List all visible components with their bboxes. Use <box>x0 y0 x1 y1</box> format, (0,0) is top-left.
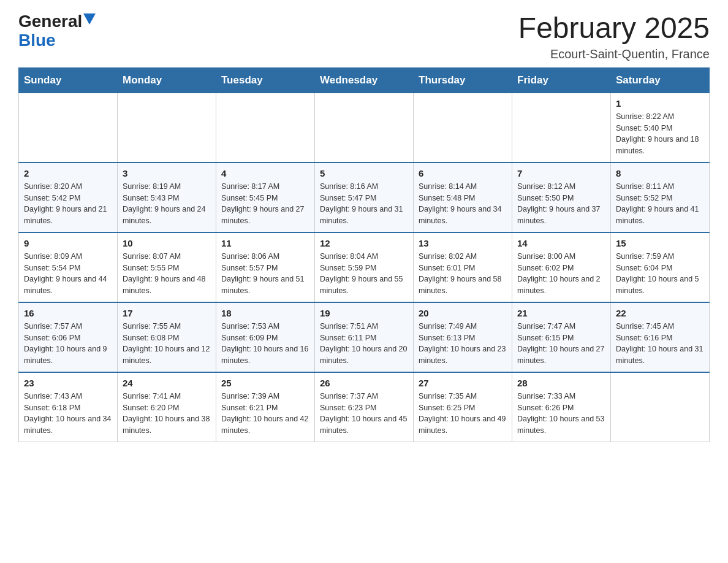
day-number: 19 <box>320 307 408 320</box>
day-number: 16 <box>24 307 112 320</box>
calendar-day-cell: 7Sunrise: 8:12 AMSunset: 5:50 PMDaylight… <box>512 163 611 232</box>
calendar-day-cell: 1Sunrise: 8:22 AMSunset: 5:40 PMDaylight… <box>611 93 710 163</box>
calendar-day-cell: 23Sunrise: 7:43 AMSunset: 6:18 PMDayligh… <box>19 372 118 442</box>
calendar-week-row: 23Sunrise: 7:43 AMSunset: 6:18 PMDayligh… <box>19 372 710 442</box>
day-sun-info: Sunrise: 8:09 AMSunset: 5:54 PMDaylight:… <box>24 251 112 297</box>
calendar-day-cell: 2Sunrise: 8:20 AMSunset: 5:42 PMDaylight… <box>19 163 118 232</box>
day-number: 24 <box>123 377 211 389</box>
calendar-day-cell: 13Sunrise: 8:02 AMSunset: 6:01 PMDayligh… <box>414 232 512 302</box>
weekday-header-saturday: Saturday <box>611 67 710 93</box>
calendar-day-cell: 19Sunrise: 7:51 AMSunset: 6:11 PMDayligh… <box>315 302 414 372</box>
calendar-day-cell <box>611 372 710 442</box>
day-sun-info: Sunrise: 8:02 AMSunset: 6:01 PMDaylight:… <box>419 251 507 297</box>
day-number: 5 <box>320 167 408 180</box>
day-sun-info: Sunrise: 8:00 AMSunset: 6:02 PMDaylight:… <box>517 251 605 297</box>
calendar-table: SundayMondayTuesdayWednesdayThursdayFrid… <box>18 67 710 442</box>
day-number: 21 <box>517 307 605 320</box>
day-sun-info: Sunrise: 8:14 AMSunset: 5:48 PMDaylight:… <box>419 181 507 227</box>
location-subtitle: Ecourt-Saint-Quentin, France <box>518 47 710 61</box>
day-sun-info: Sunrise: 8:20 AMSunset: 5:42 PMDaylight:… <box>24 181 112 227</box>
day-sun-info: Sunrise: 8:22 AMSunset: 5:40 PMDaylight:… <box>616 111 704 157</box>
day-sun-info: Sunrise: 8:06 AMSunset: 5:57 PMDaylight:… <box>221 251 309 297</box>
day-number: 22 <box>616 307 704 320</box>
day-number: 17 <box>123 307 211 320</box>
title-area: February 2025 Ecourt-Saint-Quentin, Fran… <box>518 12 710 61</box>
logo-blue-text: Blue <box>18 31 56 50</box>
day-number: 8 <box>616 167 704 180</box>
day-sun-info: Sunrise: 7:37 AMSunset: 6:23 PMDaylight:… <box>320 391 408 437</box>
day-sun-info: Sunrise: 7:47 AMSunset: 6:15 PMDaylight:… <box>517 321 605 367</box>
calendar-day-cell: 9Sunrise: 8:09 AMSunset: 5:54 PMDaylight… <box>19 232 118 302</box>
day-sun-info: Sunrise: 7:35 AMSunset: 6:25 PMDaylight:… <box>419 391 507 437</box>
day-number: 25 <box>221 377 309 389</box>
day-sun-info: Sunrise: 7:41 AMSunset: 6:20 PMDaylight:… <box>123 391 211 437</box>
day-number: 23 <box>24 377 112 389</box>
logo: General Blue <box>18 12 96 50</box>
weekday-header-tuesday: Tuesday <box>216 67 315 93</box>
day-sun-info: Sunrise: 7:45 AMSunset: 6:16 PMDaylight:… <box>616 321 704 367</box>
calendar-day-cell <box>512 93 611 163</box>
day-number: 2 <box>24 167 112 180</box>
day-number: 26 <box>320 377 408 389</box>
day-number: 7 <box>517 167 605 180</box>
calendar-day-cell: 21Sunrise: 7:47 AMSunset: 6:15 PMDayligh… <box>512 302 611 372</box>
day-sun-info: Sunrise: 8:16 AMSunset: 5:47 PMDaylight:… <box>320 181 408 227</box>
calendar-header-row: SundayMondayTuesdayWednesdayThursdayFrid… <box>19 67 710 93</box>
calendar-day-cell: 17Sunrise: 7:55 AMSunset: 6:08 PMDayligh… <box>118 302 216 372</box>
calendar-day-cell: 20Sunrise: 7:49 AMSunset: 6:13 PMDayligh… <box>414 302 512 372</box>
calendar-day-cell: 28Sunrise: 7:33 AMSunset: 6:26 PMDayligh… <box>512 372 611 442</box>
weekday-header-wednesday: Wednesday <box>315 67 414 93</box>
calendar-day-cell: 25Sunrise: 7:39 AMSunset: 6:21 PMDayligh… <box>216 372 315 442</box>
calendar-day-cell: 24Sunrise: 7:41 AMSunset: 6:20 PMDayligh… <box>118 372 216 442</box>
calendar-week-row: 1Sunrise: 8:22 AMSunset: 5:40 PMDaylight… <box>19 93 710 163</box>
calendar-day-cell: 8Sunrise: 8:11 AMSunset: 5:52 PMDaylight… <box>611 163 710 232</box>
calendar-day-cell <box>414 93 512 163</box>
calendar-week-row: 2Sunrise: 8:20 AMSunset: 5:42 PMDaylight… <box>19 163 710 232</box>
day-sun-info: Sunrise: 8:12 AMSunset: 5:50 PMDaylight:… <box>517 181 605 227</box>
page-header: General Blue February 2025 Ecourt-Saint-… <box>18 12 710 61</box>
day-number: 11 <box>221 237 309 250</box>
day-sun-info: Sunrise: 7:59 AMSunset: 6:04 PMDaylight:… <box>616 251 704 297</box>
calendar-week-row: 9Sunrise: 8:09 AMSunset: 5:54 PMDaylight… <box>19 232 710 302</box>
day-number: 14 <box>517 237 605 250</box>
calendar-day-cell <box>118 93 216 163</box>
day-sun-info: Sunrise: 8:07 AMSunset: 5:55 PMDaylight:… <box>123 251 211 297</box>
calendar-day-cell: 14Sunrise: 8:00 AMSunset: 6:02 PMDayligh… <box>512 232 611 302</box>
day-number: 20 <box>419 307 507 320</box>
calendar-day-cell: 12Sunrise: 8:04 AMSunset: 5:59 PMDayligh… <box>315 232 414 302</box>
logo-general-text: General <box>18 12 82 31</box>
day-number: 28 <box>517 377 605 389</box>
day-sun-info: Sunrise: 7:43 AMSunset: 6:18 PMDaylight:… <box>24 391 112 437</box>
day-number: 13 <box>419 237 507 250</box>
calendar-day-cell: 3Sunrise: 8:19 AMSunset: 5:43 PMDaylight… <box>118 163 216 232</box>
day-sun-info: Sunrise: 8:04 AMSunset: 5:59 PMDaylight:… <box>320 251 408 297</box>
day-sun-info: Sunrise: 8:11 AMSunset: 5:52 PMDaylight:… <box>616 181 704 227</box>
calendar-week-row: 16Sunrise: 7:57 AMSunset: 6:06 PMDayligh… <box>19 302 710 372</box>
day-sun-info: Sunrise: 7:51 AMSunset: 6:11 PMDaylight:… <box>320 321 408 367</box>
calendar-day-cell: 6Sunrise: 8:14 AMSunset: 5:48 PMDaylight… <box>414 163 512 232</box>
calendar-day-cell <box>19 93 118 163</box>
weekday-header-thursday: Thursday <box>414 67 512 93</box>
day-sun-info: Sunrise: 7:55 AMSunset: 6:08 PMDaylight:… <box>123 321 211 367</box>
weekday-header-friday: Friday <box>512 67 611 93</box>
day-number: 10 <box>123 237 211 250</box>
day-sun-info: Sunrise: 7:49 AMSunset: 6:13 PMDaylight:… <box>419 321 507 367</box>
calendar-day-cell <box>315 93 414 163</box>
day-sun-info: Sunrise: 7:57 AMSunset: 6:06 PMDaylight:… <box>24 321 112 367</box>
day-number: 6 <box>419 167 507 180</box>
calendar-day-cell <box>216 93 315 163</box>
calendar-day-cell: 4Sunrise: 8:17 AMSunset: 5:45 PMDaylight… <box>216 163 315 232</box>
day-number: 15 <box>616 237 704 250</box>
calendar-day-cell: 26Sunrise: 7:37 AMSunset: 6:23 PMDayligh… <box>315 372 414 442</box>
day-number: 3 <box>123 167 211 180</box>
day-number: 4 <box>221 167 309 180</box>
calendar-day-cell: 16Sunrise: 7:57 AMSunset: 6:06 PMDayligh… <box>19 302 118 372</box>
logo-triangle-icon <box>83 13 96 25</box>
day-sun-info: Sunrise: 8:17 AMSunset: 5:45 PMDaylight:… <box>221 181 309 227</box>
day-sun-info: Sunrise: 7:53 AMSunset: 6:09 PMDaylight:… <box>221 321 309 367</box>
calendar-day-cell: 11Sunrise: 8:06 AMSunset: 5:57 PMDayligh… <box>216 232 315 302</box>
day-number: 1 <box>616 97 704 110</box>
weekday-header-sunday: Sunday <box>19 67 118 93</box>
day-sun-info: Sunrise: 7:39 AMSunset: 6:21 PMDaylight:… <box>221 391 309 437</box>
weekday-header-monday: Monday <box>118 67 216 93</box>
